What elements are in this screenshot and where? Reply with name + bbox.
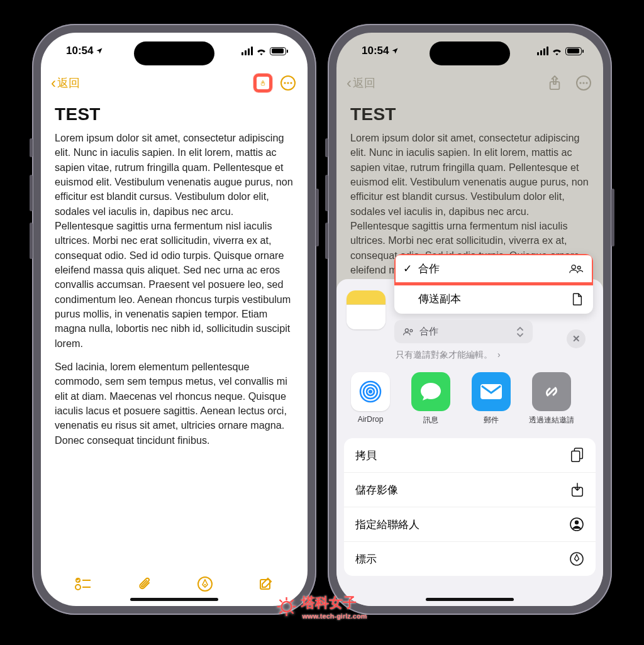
- nav-bar: ‹ 返回: [41, 69, 308, 97]
- app-mail[interactable]: 郵件: [469, 372, 514, 426]
- people-icon: [403, 328, 414, 336]
- home-indicator[interactable]: [130, 598, 218, 601]
- battery-icon: [565, 47, 582, 55]
- link-icon: [540, 380, 563, 403]
- nav-actions: [545, 74, 593, 92]
- status-right: [242, 47, 286, 55]
- chevron-up-down-icon: [516, 326, 524, 338]
- note-content[interactable]: TEST Lorem ipsum dolor sit amet, consect…: [41, 97, 308, 456]
- chevron-left-icon: ‹: [347, 75, 352, 91]
- airdrop-icon: [358, 379, 383, 404]
- svg-point-18: [577, 266, 580, 269]
- share-button: [545, 74, 564, 92]
- share-sheet: ✓合作 傳送副本: [336, 279, 603, 606]
- back-button[interactable]: ‹ 返回: [51, 75, 80, 91]
- app-label: 郵件: [469, 415, 514, 426]
- svg-rect-0: [261, 82, 264, 85]
- notes-app-icon: [347, 290, 386, 329]
- action-assign-contact[interactable]: 指定給聯絡人: [344, 507, 596, 541]
- status-right: [537, 47, 582, 55]
- person-circle-icon: [569, 517, 584, 532]
- share-hint[interactable]: 只有邀請對象才能編輯。 ›: [396, 350, 593, 361]
- save-image-icon: [570, 482, 584, 497]
- svg-point-2: [284, 82, 286, 84]
- app-airdrop[interactable]: AirDrop: [348, 372, 393, 424]
- row-label: 拷貝: [355, 448, 377, 463]
- app-label: 訊息: [408, 415, 453, 426]
- action-copy[interactable]: 拷貝: [344, 438, 596, 472]
- checklist-button[interactable]: [74, 575, 92, 593]
- svg-line-37: [280, 600, 282, 602]
- paperclip-icon: [136, 576, 152, 592]
- sheet-header: ✓合作 傳送副本: [336, 285, 603, 361]
- action-list: 拷貝 儲存影像 指定給聯絡人: [344, 438, 596, 576]
- stage: 10:54 ‹ 返回: [0, 0, 644, 645]
- document-icon: [572, 293, 583, 306]
- dynamic-island: [134, 41, 214, 65]
- time-text: 10:54: [66, 45, 93, 57]
- app-messages[interactable]: 訊息: [408, 372, 453, 426]
- close-button[interactable]: ✕: [567, 329, 586, 348]
- action-markup[interactable]: 標示: [344, 541, 596, 576]
- attachment-button[interactable]: [135, 575, 153, 593]
- share-mode-dropdown[interactable]: 合作: [394, 320, 533, 343]
- screen-right: 10:54 ‹ 返回: [336, 33, 603, 606]
- svg-rect-27: [572, 451, 580, 462]
- svg-point-17: [572, 265, 575, 268]
- svg-point-7: [75, 585, 80, 590]
- home-indicator[interactable]: [426, 598, 514, 601]
- back-label: 返回: [57, 75, 80, 91]
- menu-collaborate[interactable]: ✓合作: [394, 254, 593, 284]
- more-button: [574, 74, 593, 92]
- share-button[interactable]: [253, 74, 272, 92]
- more-button[interactable]: [279, 74, 297, 92]
- wifi-icon: [552, 47, 562, 55]
- svg-point-30: [575, 521, 579, 524]
- pen-tip-circle-icon: [569, 551, 584, 566]
- wifi-icon: [256, 47, 267, 55]
- svg-line-40: [280, 611, 282, 614]
- time-text: 10:54: [362, 45, 389, 57]
- svg-point-32: [282, 602, 292, 612]
- phone-right: 10:54 ‹ 返回: [328, 24, 612, 615]
- screen-left: 10:54 ‹ 返回: [41, 33, 308, 606]
- svg-point-15: [582, 82, 584, 84]
- volume-up: [325, 175, 328, 211]
- nav-bar: ‹ 返回: [336, 69, 603, 97]
- menu-send-copy[interactable]: 傳送副本: [394, 284, 593, 314]
- menu-label: 傳送副本: [418, 292, 461, 306]
- share-icon: [548, 75, 562, 91]
- cellular-icon: [537, 47, 548, 55]
- dynamic-island: [430, 41, 510, 65]
- power-button: [316, 189, 319, 246]
- svg-point-24: [369, 390, 372, 394]
- side-button: [30, 138, 33, 157]
- markup-button[interactable]: [196, 575, 214, 593]
- checkmark-icon: ✓: [403, 262, 412, 275]
- svg-point-3: [287, 82, 289, 84]
- checklist-icon: [75, 577, 91, 591]
- compose-button[interactable]: [257, 575, 275, 593]
- cellular-icon: [242, 47, 253, 55]
- row-label: 指定給聯絡人: [355, 517, 419, 532]
- row-label: 儲存影像: [355, 483, 398, 497]
- menu-label: 合作: [418, 262, 440, 276]
- watermark-url: www.tech-girlz.com: [303, 612, 367, 620]
- chevron-left-icon: ‹: [51, 75, 56, 91]
- svg-point-10: [204, 584, 205, 585]
- note-paragraph: Lorem ipsum dolor sit amet, consectetur …: [55, 131, 294, 351]
- ellipsis-circle-icon: [280, 75, 296, 91]
- mail-icon: [479, 382, 504, 401]
- side-button: [325, 138, 328, 157]
- share-mode-menu: ✓合作 傳送副本: [394, 254, 593, 314]
- copy-icon: [570, 448, 584, 463]
- compose-icon: [258, 576, 274, 592]
- note-paragraph: Sed lacinia, lorem elementum pellentesqu…: [55, 360, 294, 448]
- location-icon: [96, 47, 103, 55]
- action-save-image[interactable]: 儲存影像: [344, 472, 596, 507]
- svg-point-14: [579, 82, 581, 84]
- app-invite-link[interactable]: 透過連結邀請: [529, 372, 574, 426]
- volume-down: [30, 223, 33, 259]
- status-time: 10:54: [362, 45, 399, 57]
- app-label: 透過連結邀請: [529, 415, 574, 426]
